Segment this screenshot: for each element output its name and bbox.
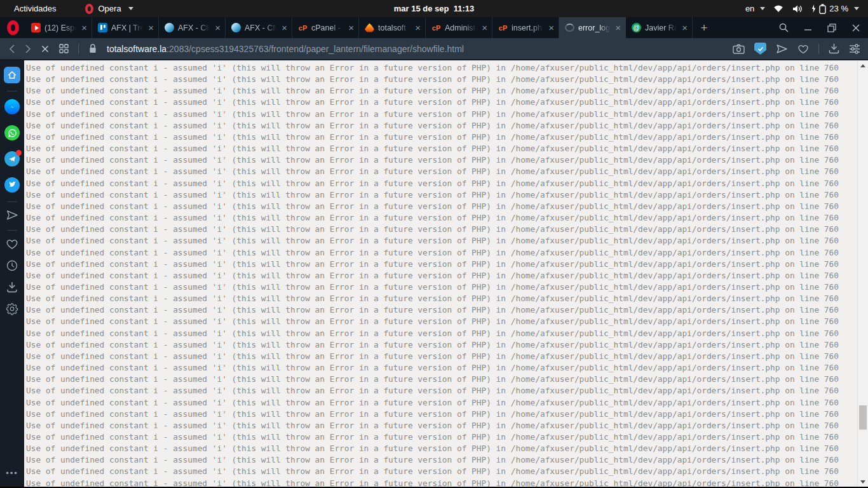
opera-sidebar: ••• [0,60,24,487]
sidebar-divider [7,201,17,202]
history-sidebar-button[interactable] [6,259,18,272]
bookmark-button[interactable] [797,44,809,54]
log-line: Use of undefined constant i - assumed 'i… [26,374,857,385]
snapshot-button[interactable] [733,44,745,54]
telegram-button[interactable] [4,151,20,166]
settings-sidebar-button[interactable] [6,302,18,315]
triangle-up-icon [860,64,865,67]
secure-lock-icon[interactable] [88,43,97,54]
tab-close-icon[interactable]: × [414,22,422,33]
speed-dial-button[interactable] [59,44,69,53]
stop-loading-button[interactable] [41,44,50,53]
scroll-up-button[interactable] [858,60,868,71]
tab-title: Administ [445,24,477,32]
my-flow-sidebar-button[interactable] [6,210,18,220]
clock-icon [6,259,18,272]
trello-favicon-icon [98,23,107,32]
adblock-shield-badge[interactable] [754,43,766,55]
downloads-button[interactable] [829,43,839,54]
speed-dial-button[interactable] [4,67,20,83]
system-clock[interactable]: mar 15 de sep 11:13 [0,4,868,13]
url-field[interactable]: totalsoftware.la:2083/cpsess3194325763/f… [107,44,725,54]
log-line: Use of undefined constant i - assumed 'i… [26,420,857,431]
scroll-down-button[interactable] [858,477,868,487]
check-icon [757,45,764,53]
whatsapp-button[interactable] [4,125,20,140]
spinner-favicon-icon [565,24,574,32]
address-bar: totalsoftware.la:2083/cpsess3194325763/f… [0,38,868,60]
log-line: Use of undefined constant i - assumed 'i… [26,362,857,374]
cpanel-favicon-icon: cP [298,23,308,32]
twitter-button[interactable] [4,177,20,193]
paper-plane-icon [6,210,18,220]
tab-close-icon[interactable]: × [280,22,288,33]
opera-logo[interactable] [0,17,25,38]
tab-close-icon[interactable]: × [80,22,88,33]
window-restore-button[interactable] [820,17,844,38]
forward-icon [25,44,31,54]
battery-icon [819,4,826,14]
log-line: Use of undefined constant i - assumed 'i… [26,132,857,143]
easy-setup-button[interactable] [849,44,860,54]
tab-close-icon[interactable]: × [614,22,622,33]
error-log-text: Use of undefined constant i - assumed 'i… [24,60,857,487]
tab-title: AFX - CM [245,24,276,32]
chevron-down-icon [760,7,765,10]
tab-close-icon[interactable]: × [547,22,555,33]
tab-12-espe[interactable]: (12) Espe× [25,17,92,38]
wifi-icon[interactable] [773,4,783,13]
page-content: Use of undefined constant i - assumed 'i… [24,60,868,487]
sidebar-divider [7,230,17,231]
my-flow-button[interactable] [776,44,788,54]
log-line: Use of undefined constant i - assumed 'i… [26,443,857,454]
log-line: Use of undefined constant i - assumed 'i… [26,259,857,270]
log-line: Use of undefined constant i - assumed 'i… [26,143,857,154]
tab-totalsoft[interactable]: totalsoft× [359,17,426,38]
tab-javier-ra[interactable]: @Javier Ra× [626,17,693,38]
scrollbar-track[interactable] [858,71,868,477]
url-host: totalsoftware.la [107,44,166,54]
restore-icon [827,24,836,32]
site-favicon-icon [231,23,241,32]
forward-button[interactable] [25,44,31,54]
window-minimize-button[interactable] [796,17,820,38]
tab-strip: (12) Espe×AFX | Tre×AFX - Clie×AFX - CM×… [25,17,693,38]
messenger-button[interactable] [4,99,20,114]
battery-status[interactable]: 23 % [811,4,859,14]
downloads-sidebar-button[interactable] [6,281,18,293]
tab-afx-cm[interactable]: AFX - CM× [226,17,292,38]
new-tab-button[interactable]: + [693,17,715,38]
tab-insert-ph[interactable]: cPinsert.ph× [492,17,559,38]
cpanel-favicon-icon: cP [431,23,441,32]
back-button[interactable] [9,44,15,54]
tab-close-icon[interactable]: × [347,22,355,33]
tab-cpanel-f[interactable]: cPcPanel - F× [292,17,359,38]
bookmarks-sidebar-button[interactable] [6,238,18,250]
tab-close-icon[interactable]: × [681,22,689,33]
tab-error-log[interactable]: error_log× [559,17,626,38]
sidebar-more-button[interactable]: ••• [6,468,18,478]
tab-bar: (12) Espe×AFX | Tre×AFX - Clie×AFX - CM×… [0,17,868,38]
log-line: Use of undefined constant i - assumed 'i… [26,478,857,487]
language-indicator[interactable]: en [745,4,765,13]
window-close-button[interactable] [844,17,868,38]
triangle-down-icon [860,480,865,484]
tab-close-icon[interactable]: × [480,22,489,33]
scrollbar-thumb[interactable] [859,405,867,430]
download-icon [829,43,839,54]
tab-close-icon[interactable]: × [214,22,222,33]
back-icon [9,44,15,54]
tab-close-icon[interactable]: × [147,22,155,33]
tab-afx-tre[interactable]: AFX | Tre× [92,17,159,38]
log-line: Use of undefined constant i - assumed 'i… [26,166,857,177]
messenger-bolt-icon [8,103,17,111]
camera-icon [733,44,745,54]
tab-administ[interactable]: cPAdminist× [426,17,492,38]
download-icon [6,281,18,293]
toolbar-separator [818,44,819,54]
url-path: :2083/cpsess3194325763/frontend/paper_la… [166,44,464,54]
tab-afx-clie[interactable]: AFX - Clie× [159,17,226,38]
volume-icon[interactable] [792,4,803,13]
log-line: Use of undefined constant i - assumed 'i… [26,212,857,224]
search-button[interactable] [771,17,796,38]
